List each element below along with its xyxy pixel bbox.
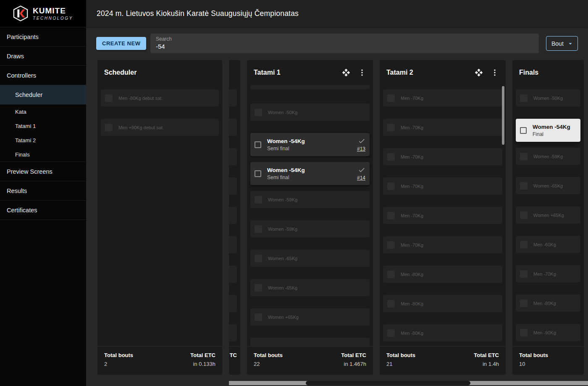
sidebar-item-draws[interactable]: Draws	[0, 47, 86, 66]
bout-label: Men -70Kg	[533, 271, 556, 276]
bout-label: Women -50Kg	[533, 96, 563, 101]
column-clipped: TC	[229, 60, 240, 375]
bout-card[interactable]: Men -80Kg	[383, 266, 502, 283]
horizontal-scrollbar-thumb[interactable]	[306, 381, 470, 385]
move-column-icon[interactable]	[475, 68, 483, 77]
bout-side: #14	[357, 166, 365, 181]
bout-card[interactable]: Men -80Kg	[383, 295, 502, 312]
search-input[interactable]	[156, 43, 533, 50]
sidebar-item-tatami-1[interactable]: Tatami 1	[0, 119, 86, 133]
bout-card[interactable]: Women -50Kg	[250, 104, 370, 121]
bout-card[interactable]: Women -65Kg	[516, 177, 580, 194]
horizontal-scrollbar-track[interactable]	[229, 381, 588, 385]
bout-label: Women -65Kg	[533, 183, 563, 188]
bout-card[interactable]: Men -60Kg	[516, 236, 580, 253]
bout-card[interactable]: Women -65Kg	[250, 250, 370, 267]
total-etc: Total ETC in 0.133h	[190, 352, 215, 375]
bout-card[interactable]: Men -70Kg	[383, 148, 502, 165]
bout-card[interactable]: Men -70Kg	[383, 119, 502, 136]
total-bouts-value: 2	[104, 361, 133, 367]
check-icon[interactable]	[358, 166, 365, 174]
bout-card[interactable]: Men -70Kg	[383, 89, 502, 107]
card-fragment[interactable]	[250, 85, 370, 89]
sidebar-item-tatami-2[interactable]: Tatami 2	[0, 133, 86, 147]
checkbox	[520, 211, 528, 219]
column-body: Women -50Kg Women -54Kg Final Women -59K…	[512, 85, 584, 346]
column-header: Finals	[512, 60, 584, 85]
column-scheduler: Scheduler Men -80Kg debut sat. Men +90Kg…	[97, 60, 222, 375]
bout-dropdown[interactable]: Bout	[546, 36, 578, 51]
kebab-menu-icon[interactable]	[358, 68, 366, 77]
checkbox[interactable]	[255, 170, 261, 177]
checkbox	[387, 212, 395, 219]
column-footer: Total bouts 10	[512, 346, 584, 375]
checkbox	[255, 284, 262, 292]
sidebar-item-preview-screens[interactable]: Preview Screens	[0, 162, 86, 181]
card-fragment[interactable]	[229, 207, 237, 224]
sidebar-item-results[interactable]: Results	[0, 181, 86, 201]
vertical-scrollbar-thumb[interactable]	[502, 86, 504, 145]
card-fragment[interactable]	[229, 295, 237, 312]
bout-card[interactable]: Men -70Kg	[383, 236, 502, 253]
bout-card[interactable]: Women +65Kg	[516, 206, 580, 224]
brand-name: KUMITE	[33, 6, 73, 16]
kebab-menu-icon[interactable]	[491, 68, 499, 77]
check-icon[interactable]	[358, 137, 365, 145]
bout-number-link[interactable]: #13	[357, 146, 365, 152]
checkbox[interactable]	[255, 141, 261, 148]
bout-card[interactable]: Men -70Kg	[516, 265, 580, 282]
bout-number-link[interactable]: #14	[357, 175, 365, 181]
total-etc-label-fragment: TC	[230, 352, 237, 358]
card-fragment[interactable]	[229, 177, 237, 195]
card-fragment[interactable]	[229, 324, 237, 342]
card-fragment[interactable]	[229, 119, 237, 136]
card-fragment[interactable]	[229, 266, 237, 283]
move-column-icon[interactable]	[342, 68, 350, 77]
bout-card[interactable]: Men -90Kg	[516, 324, 580, 341]
bout-card[interactable]: Women -65Kg	[250, 279, 370, 296]
bout-card[interactable]: Men +90Kg debut sat.	[101, 119, 219, 136]
create-new-button[interactable]: CREATE NEW	[96, 37, 146, 50]
bout-card-active[interactable]: Women -54Kg Semi final #14	[250, 162, 370, 185]
bout-card[interactable]: Women +65Kg	[250, 308, 370, 326]
sidebar-item-participants[interactable]: Participants	[0, 27, 86, 47]
total-etc-label: Total ETC	[190, 352, 215, 358]
sidebar-item-certificates[interactable]: Certificates	[0, 201, 86, 220]
sidebar-nav: Participants Draws Controllers Scheduler…	[0, 27, 86, 220]
search-field[interactable]: Search	[150, 34, 539, 53]
bout-label: Women -65Kg	[268, 256, 297, 261]
bout-card[interactable]: Women -59Kg	[250, 191, 370, 208]
bout-card[interactable]: Men -80Kg debut sat.	[101, 89, 219, 107]
card-fragment[interactable]	[229, 89, 237, 107]
bout-card[interactable]: Men -80Kg	[516, 295, 580, 312]
card-fragment[interactable]	[229, 148, 237, 165]
column-title: Finals	[519, 69, 577, 76]
total-etc: Total ETC in 1.467h	[341, 352, 366, 375]
bout-label: Women -59Kg	[268, 197, 297, 202]
bout-card[interactable]: Women -59Kg	[516, 148, 580, 165]
bout-label: Men -70Kg	[401, 213, 423, 218]
checkbox	[387, 329, 395, 337]
bout-card[interactable]: Men -70Kg	[383, 207, 502, 224]
checkbox	[520, 300, 528, 307]
bout-card[interactable]: Women -50Kg	[516, 89, 580, 107]
bout-label: Men -80Kg	[533, 301, 556, 306]
bout-card[interactable]: Women -59Kg	[250, 220, 370, 237]
column-finals: Finals Women -50Kg Women -54Kg Final Wom…	[512, 60, 584, 375]
sidebar-item-scheduler[interactable]: Scheduler	[0, 85, 86, 104]
bout-card[interactable]: Men -70Kg	[383, 177, 502, 195]
brand[interactable]: KUMITE TECHNOLOGY	[0, 0, 86, 27]
checkbox[interactable]	[520, 127, 527, 134]
card-fragment[interactable]	[250, 338, 370, 346]
bout-card[interactable]: Men -80Kg	[383, 324, 502, 342]
sidebar-item-controllers[interactable]: Controllers	[0, 66, 86, 85]
sidebar-item-kata[interactable]: Kata	[0, 104, 86, 119]
bout-card-active[interactable]: Women -54Kg Semi final #13	[250, 133, 370, 156]
total-bouts-label: Total bouts	[104, 352, 133, 358]
card-fragment[interactable]	[229, 236, 237, 253]
checkbox	[387, 124, 395, 131]
bout-label: Men -80Kg	[401, 272, 423, 277]
bout-card-final[interactable]: Women -54Kg Final	[516, 119, 580, 142]
checkbox	[105, 124, 113, 131]
sidebar-item-finals[interactable]: Finals	[0, 147, 86, 162]
